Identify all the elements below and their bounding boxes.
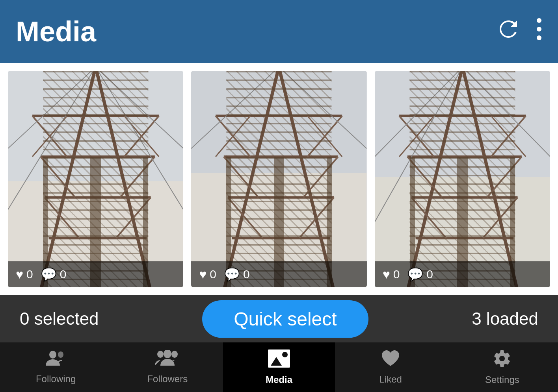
selection-bar: 0 selected Quick select 3 loaded [0, 295, 558, 342]
likes-stat-1: ♥ 0 [16, 267, 33, 282]
following-label: Following [36, 374, 76, 385]
header-actions [497, 17, 542, 46]
followers-icon [155, 350, 180, 371]
svg-line-6 [96, 71, 151, 287]
heart-icon-1: ♥ [16, 267, 23, 282]
svg-line-51 [407, 157, 442, 198]
settings-icon [493, 349, 512, 372]
svg-point-64 [171, 351, 178, 358]
comments-stat-3: 💬 0 [407, 267, 433, 282]
svg-point-2 [537, 35, 541, 40]
liked-icon [381, 349, 400, 372]
media-card-3[interactable]: ♥ 0 💬 0 [375, 71, 550, 287]
likes-stat-3: ♥ 0 [383, 267, 400, 282]
settings-label: Settings [485, 374, 519, 385]
svg-line-25 [224, 71, 279, 287]
comment-icon-2: 💬 [224, 267, 240, 282]
media-icon [268, 349, 290, 372]
comment-icon-3: 💬 [407, 267, 423, 282]
comments-count-2: 0 [243, 268, 250, 281]
svg-point-0 [537, 18, 541, 23]
svg-line-53 [411, 198, 446, 239]
svg-point-62 [157, 351, 164, 358]
following-icon [45, 350, 67, 371]
selected-count: 0 selected [20, 309, 99, 329]
nav-item-liked[interactable]: Liked [335, 342, 446, 392]
media-label: Media [266, 374, 292, 385]
bottom-nav: Following Followers [0, 342, 558, 392]
quick-select-button[interactable]: Quick select [202, 300, 368, 338]
svg-line-44 [462, 71, 517, 287]
svg-point-60 [49, 351, 56, 359]
nav-item-media[interactable]: Media [223, 342, 335, 392]
heart-icon-3: ♥ [383, 267, 390, 282]
svg-line-33 [224, 157, 259, 198]
svg-line-43 [407, 71, 463, 287]
followers-label: Followers [147, 374, 188, 385]
svg-line-35 [228, 198, 263, 239]
comment-icon-1: 💬 [41, 267, 57, 282]
media-card-1[interactable]: ♥ 0 💬 0 [8, 71, 183, 287]
likes-stat-2: ♥ 0 [199, 267, 216, 282]
media-image-3 [375, 71, 550, 287]
liked-label: Liked [379, 374, 402, 385]
nav-item-following[interactable]: Following [0, 342, 112, 392]
likes-count-3: 0 [393, 268, 400, 281]
media-card-1-footer: ♥ 0 💬 0 [8, 261, 183, 287]
page-title: Media [16, 15, 96, 48]
svg-line-13 [41, 157, 75, 198]
app-header: Media [0, 0, 558, 63]
svg-point-61 [58, 351, 63, 358]
media-card-2[interactable]: ♥ 0 💬 0 [191, 71, 366, 287]
more-options-icon[interactable] [536, 17, 542, 46]
svg-line-36 [299, 198, 334, 239]
svg-line-16 [116, 198, 151, 239]
media-image-1 [8, 71, 183, 287]
comments-stat-1: 💬 0 [41, 267, 67, 282]
svg-point-63 [164, 350, 171, 358]
svg-point-68 [282, 352, 288, 357]
media-grid: ♥ 0 💬 0 [0, 63, 558, 295]
svg-line-5 [41, 71, 96, 287]
media-card-3-footer: ♥ 0 💬 0 [375, 261, 550, 287]
media-image-2 [191, 71, 366, 287]
nav-item-followers[interactable]: Followers [112, 342, 223, 392]
svg-line-15 [45, 198, 79, 239]
nav-item-settings[interactable]: Settings [446, 342, 558, 392]
svg-line-26 [279, 71, 334, 287]
comments-count-1: 0 [60, 268, 67, 281]
likes-count-2: 0 [210, 268, 216, 281]
loaded-count: 3 loaded [472, 309, 538, 329]
likes-count-1: 0 [26, 268, 33, 281]
svg-line-54 [483, 198, 517, 239]
media-card-2-footer: ♥ 0 💬 0 [191, 261, 366, 287]
comments-stat-2: 💬 0 [224, 267, 250, 282]
refresh-icon[interactable] [497, 17, 520, 46]
heart-icon-2: ♥ [199, 267, 206, 282]
svg-point-1 [537, 27, 541, 31]
comments-count-3: 0 [426, 268, 433, 281]
